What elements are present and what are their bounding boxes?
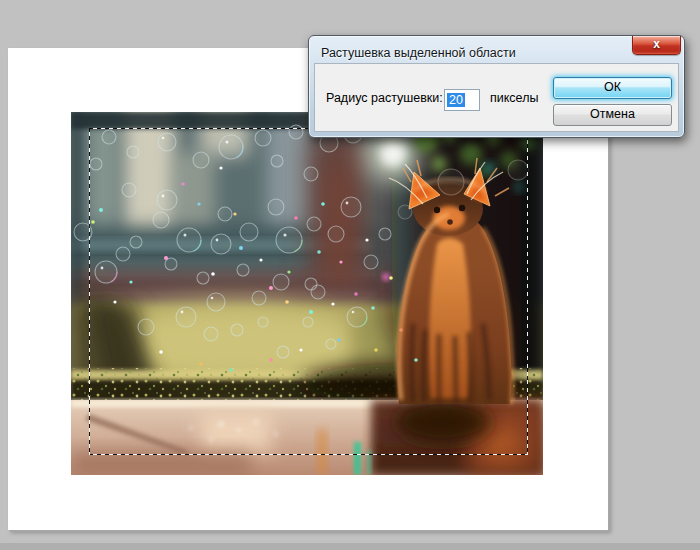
dialog-body: Радиус растушевки: 20 пикселы ОК Отмена — [314, 63, 679, 132]
kitten-bubbles-illustration — [71, 112, 543, 475]
close-button[interactable]: x — [632, 36, 681, 55]
cancel-button[interactable]: Отмена — [553, 104, 672, 126]
feather-radius-value: 20 — [447, 93, 465, 107]
photoshop-workspace: Растушевка выделенной области x Радиус р… — [0, 0, 700, 550]
close-icon: x — [653, 37, 660, 51]
pixels-unit-label: пикселы — [490, 91, 538, 105]
feather-radius-input[interactable]: 20 — [444, 89, 480, 111]
photo-kitten-bubbles[interactable] — [71, 112, 543, 475]
feather-selection-dialog[interactable]: Растушевка выделенной области x Радиус р… — [308, 35, 685, 138]
workspace-bottom-edge — [0, 543, 700, 550]
ok-button[interactable]: ОК — [553, 77, 672, 99]
feather-radius-label: Радиус растушевки: — [326, 91, 443, 105]
dialog-title: Растушевка выделенной области — [321, 46, 516, 60]
